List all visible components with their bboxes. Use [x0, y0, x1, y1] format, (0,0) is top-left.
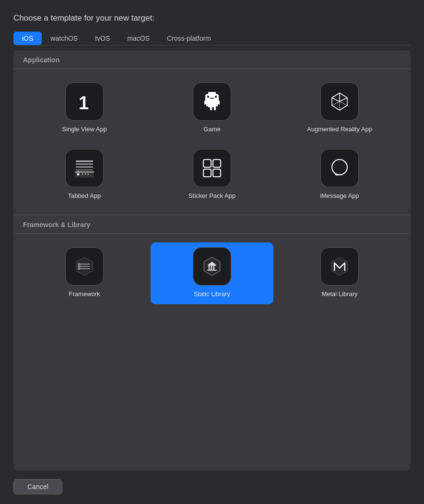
template-metal-library[interactable]: Metal Library	[278, 242, 401, 304]
svg-rect-43	[78, 265, 80, 267]
svg-rect-9	[208, 101, 216, 107]
svg-rect-47	[211, 266, 212, 270]
svg-rect-49	[208, 264, 216, 265]
tab-watchos[interactable]: watchOS	[42, 32, 86, 45]
svg-rect-4	[207, 96, 209, 98]
svg-rect-12	[204, 101, 206, 104]
dialog-title: Choose a template for your new target:	[13, 13, 411, 23]
svg-point-37	[332, 160, 347, 175]
svg-rect-13	[218, 101, 220, 104]
svg-rect-34	[213, 160, 221, 167]
tabbed-app-label: Tabbed App	[68, 192, 101, 200]
svg-rect-1	[208, 92, 216, 94]
tab-macos[interactable]: macOS	[118, 32, 158, 45]
application-section-header: Application	[13, 50, 411, 69]
ar-app-icon	[320, 82, 359, 121]
svg-rect-6	[210, 98, 214, 99]
template-framework[interactable]: Framework	[23, 242, 146, 304]
svg-point-32	[88, 173, 89, 175]
sticker-pack-icon	[193, 149, 231, 187]
svg-line-19	[340, 102, 347, 105]
tab-ios[interactable]: iOS	[13, 32, 42, 45]
template-sticker-pack-app[interactable]: Sticker Pack App	[151, 144, 273, 206]
svg-rect-8	[216, 101, 218, 106]
metal-library-icon	[320, 247, 359, 286]
sticker-pack-app-label: Sticker Pack App	[188, 192, 236, 200]
svg-point-28	[77, 173, 79, 175]
metal-library-label: Metal Library	[321, 290, 357, 298]
svg-rect-42	[78, 263, 80, 265]
svg-rect-26	[76, 169, 93, 171]
cancel-button[interactable]: Cancel	[13, 479, 62, 494]
svg-rect-25	[76, 166, 93, 168]
game-icon	[193, 82, 231, 121]
svg-rect-44	[78, 268, 80, 270]
tabbed-app-icon	[65, 149, 104, 187]
static-library-label: Static Library	[194, 290, 230, 298]
svg-rect-48	[213, 266, 214, 270]
svg-text:1: 1	[79, 93, 89, 113]
framework-library-section: Framework & Library Framewor	[13, 215, 411, 313]
single-view-app-label: Single View App	[62, 126, 107, 134]
svg-rect-7	[206, 101, 208, 106]
svg-rect-23	[76, 160, 93, 162]
dialog-footer: Cancel	[13, 470, 411, 494]
template-content-area: Application 1 Single View App	[13, 50, 411, 470]
svg-rect-5	[215, 96, 217, 98]
svg-rect-10	[210, 107, 212, 110]
svg-rect-11	[214, 107, 216, 110]
framework-library-template-grid: Framework Static Library	[13, 234, 411, 313]
single-view-app-icon: 1	[65, 82, 104, 121]
imessage-app-label: iMessage App	[320, 192, 359, 200]
ar-app-label: Augmented Reality App	[307, 126, 372, 134]
tab-cross-platform[interactable]: Cross-platform	[158, 32, 220, 45]
svg-rect-46	[209, 266, 210, 270]
svg-line-17	[332, 98, 340, 102]
svg-point-31	[85, 173, 86, 175]
framework-label: Framework	[69, 290, 100, 298]
template-static-library[interactable]: Static Library	[151, 242, 273, 304]
svg-rect-35	[203, 169, 211, 177]
imessage-app-icon	[320, 149, 359, 187]
template-ar-app[interactable]: Augmented Reality App	[278, 78, 401, 139]
framework-library-section-header: Framework & Library	[13, 215, 411, 234]
template-single-view-app[interactable]: 1 Single View App	[23, 78, 146, 139]
template-tabbed-app[interactable]: Tabbed App	[23, 144, 146, 206]
svg-rect-33	[203, 160, 211, 167]
svg-line-16	[340, 98, 347, 102]
tab-tvos[interactable]: tvOS	[86, 32, 118, 45]
svg-rect-2	[206, 94, 218, 95]
svg-line-20	[332, 102, 340, 105]
game-label: Game	[203, 126, 220, 134]
svg-rect-51	[207, 270, 216, 271]
tabs-bar: iOS watchOS tvOS macOS Cross-platform	[13, 32, 411, 46]
application-template-grid: 1 Single View App	[13, 69, 411, 215]
template-imessage-app[interactable]: iMessage App	[278, 144, 401, 206]
svg-rect-24	[76, 163, 93, 165]
static-library-icon	[193, 247, 231, 286]
framework-icon	[65, 247, 104, 286]
svg-point-30	[82, 173, 83, 175]
svg-rect-36	[213, 169, 221, 177]
template-game[interactable]: Game	[151, 78, 273, 139]
